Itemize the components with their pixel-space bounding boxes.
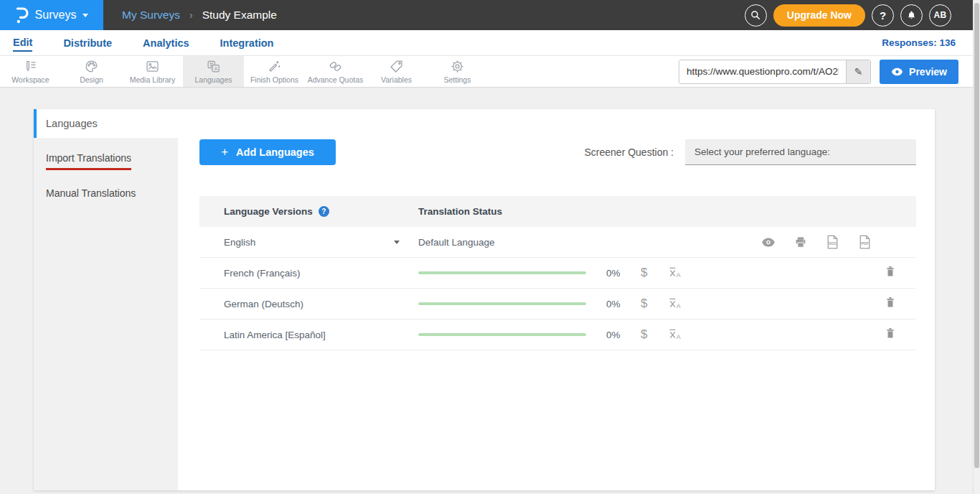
brand-label: Surveys [35,9,77,22]
translation-percent: 0% [606,330,623,340]
nav-tabs: Edit Distribute Analytics Integration [0,30,273,55]
panel-header: Languages [34,109,935,138]
svg-text:A: A [677,333,681,340]
settings-gear-icon [450,59,465,74]
top-bar: Surveys My Surveys › Study Example Upgra… [0,0,973,30]
help-tooltip-icon[interactable]: ? [319,206,329,217]
delete-language-icon[interactable] [885,327,896,342]
top-actions: Upgrade Now ? AB [745,4,951,27]
design-palette-icon [84,59,99,74]
toolbar-item-variables[interactable]: Variables [366,56,427,87]
eye-icon [891,67,903,76]
media-library-icon [145,59,160,74]
product-switcher[interactable]: Surveys [0,0,103,30]
panel-title: Languages [37,118,98,129]
plus-icon: + [221,145,228,159]
preview-eye-icon[interactable] [761,238,776,247]
advance-quotas-links-icon [328,59,343,74]
default-language-dropdown[interactable]: English [199,237,418,248]
pencil-icon: ✎ [854,66,863,78]
tab-integration[interactable]: Integration [220,34,274,51]
bell-icon [906,9,917,21]
languages-panel: Languages Import Translations Manual Tra… [34,109,935,490]
workspace-icon [23,59,38,74]
svg-text:DOC: DOC [829,241,837,246]
toolbar-items: Workspace Design Media Library A [0,56,488,87]
breadcrumb: My Surveys › Study Example [122,9,277,22]
scrollbar-thumb[interactable] [974,3,979,468]
table-row-language: Latin America [Español] 0% $ A [199,320,916,350]
search-icon [750,9,761,21]
tab-distribute[interactable]: Distribute [63,34,112,51]
auto-translate-icon[interactable]: A [667,297,682,312]
screener-question-select[interactable]: Select your preferred language: [685,139,916,165]
table-row-language: German (Deutsch) 0% $ A [199,289,916,320]
question-mark-icon: ? [880,9,886,22]
toolbar-item-advance-quotas[interactable]: Advance Quotas [305,56,366,87]
paid-translation-icon[interactable]: $ [641,266,647,280]
default-row-actions: DOC PDF [761,235,872,249]
help-button[interactable]: ? [872,4,894,27]
survey-nav-bar: Edit Distribute Analytics Integration Re… [0,30,973,56]
export-doc-icon[interactable]: DOC [826,235,839,249]
toolbar-item-languages[interactable]: A Languages [183,56,244,87]
delete-language-icon[interactable] [885,265,896,281]
finish-options-wand-icon [267,59,282,74]
default-language-status: Default Language [418,237,761,248]
panel-content: + Add Languages Screener Question : Sele… [178,138,935,490]
variables-tag-icon [389,59,404,74]
auto-translate-icon[interactable]: A [667,327,682,342]
languages-icon: A [206,59,221,74]
breadcrumb-current-survey: Study Example [202,9,277,22]
questionpro-logo-icon [15,6,29,24]
paid-translation-icon[interactable]: $ [641,297,647,311]
tab-edit[interactable]: Edit [13,34,32,52]
edit-url-button[interactable]: ✎ [846,60,870,83]
column-translation-status: Translation Status [418,206,502,217]
avatar-initials: AB [934,10,947,20]
survey-url-box: ✎ [679,60,871,84]
auto-translate-icon[interactable]: A [667,266,682,281]
vertical-scrollbar [973,0,980,494]
search-button[interactable] [745,4,767,27]
breadcrumb-separator: › [189,9,193,21]
screener-question-label: Screener Question : [584,146,674,158]
table-row-language: French (Français) 0% $ A [199,258,916,289]
toolbar-item-workspace[interactable]: Workspace [0,56,61,87]
page-background: Languages Import Translations Manual Tra… [0,88,973,494]
upgrade-now-button[interactable]: Upgrade Now [773,4,865,27]
translation-progress-bar [418,302,586,305]
print-icon[interactable] [794,236,807,248]
caret-down-icon [394,241,400,244]
screener-question: Screener Question : Select your preferre… [584,139,916,165]
paid-translation-icon[interactable]: $ [641,327,647,342]
survey-url-input[interactable] [679,60,846,83]
toolbar-item-finish-options[interactable]: Finish Options [244,56,305,87]
toolbar-item-design[interactable]: Design [61,56,122,87]
account-avatar[interactable]: AB [929,4,951,27]
add-languages-button[interactable]: + Add Languages [199,139,336,165]
sidebar-item-manual-translations[interactable]: Manual Translations [34,179,178,208]
svg-text:A: A [215,66,218,71]
table-header-row: Language Versions ? Translation Status [199,196,916,227]
translation-percent: 0% [606,268,623,279]
responses-count-link[interactable]: Responses: 136 [882,37,956,48]
sidebar-item-import-translations[interactable]: Import Translations [34,144,178,179]
notifications-button[interactable] [900,4,923,27]
export-pdf-icon[interactable]: PDF [858,235,872,249]
translation-percent: 0% [606,299,623,309]
language-name: Latin America [Español] [224,330,326,340]
language-name: German (Deutsch) [224,299,303,309]
toolbar-right: ✎ Preview [679,60,958,84]
delete-language-icon[interactable] [885,296,896,312]
preview-button[interactable]: Preview [880,60,958,84]
translation-progress-bar [418,271,586,274]
panel-sidebar: Import Translations Manual Translations [34,138,178,490]
svg-text:PDF: PDF [862,241,869,246]
tab-analytics[interactable]: Analytics [143,34,189,51]
toolbar-item-media-library[interactable]: Media Library [122,56,183,87]
column-language-versions: Language Versions [224,206,313,217]
toolbar-item-settings[interactable]: Settings [427,56,488,87]
edit-toolbar: Workspace Design Media Library A [0,56,973,88]
breadcrumb-my-surveys[interactable]: My Surveys [122,9,180,22]
